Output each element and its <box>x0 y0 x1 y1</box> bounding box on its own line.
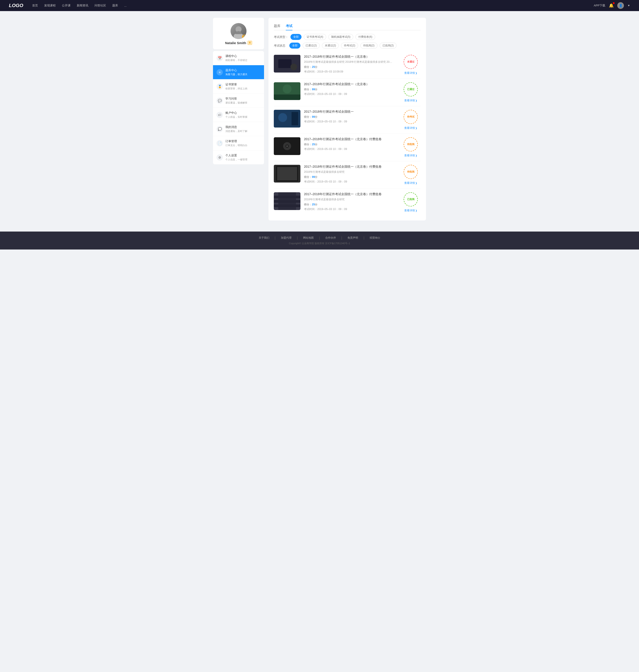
sidebar-item-question-bank[interactable]: ≡ 题库中心 海量习题，助力通关 <box>213 65 264 79</box>
menu-title-course-center: 课程中心 <box>225 54 261 58</box>
status-filter-btn[interactable]: 待考试(2) <box>341 43 358 49</box>
sidebar-item-account[interactable]: 🏷 账户中心 个人权益，实时掌握 <box>213 108 264 122</box>
status-filter-btn[interactable]: 全部 <box>289 43 300 49</box>
exam-desc: 2018年行测考试是最值得多去研究 2018年行测考试是最值得多去研究 2018… <box>304 60 393 64</box>
exam-info: 2017–2018年行测证件考试全国统一（北京卷） 2018年行测考试是最值得多… <box>304 55 397 74</box>
type-filter-btn[interactable]: 证书类考试(4) <box>304 34 326 40</box>
footer-link[interactable]: 网站地图 <box>303 236 314 240</box>
sidebar-avatar: 🏅 <box>231 23 247 39</box>
user-dropdown-arrow[interactable]: ▼ <box>627 4 630 7</box>
type-filter-btn[interactable]: 随机抽题考试(5) <box>328 34 354 40</box>
exam-thumbnail <box>274 137 300 155</box>
exam-detail-link[interactable]: 查看详情 <box>404 154 417 158</box>
footer-copyright: Copyright© 云朵商学院 版权所有 京ICP备17051340号–1 <box>0 242 639 245</box>
sidebar-item-settings[interactable]: ⚙ 个人设置 个人信息，一键管理 <box>213 150 264 164</box>
exam-thumbnail <box>274 165 300 182</box>
svg-rect-23 <box>274 205 300 207</box>
exam-time: 考试时间：2019–05–03 10：09：09 <box>304 92 397 96</box>
exam-thumbnail <box>274 82 300 100</box>
status-filter-btn[interactable]: 已批阅(2) <box>380 43 397 49</box>
status-filter-row: 考试状态 全部已通过(2)未通过(2)待考试(2)待批阅(2)已批阅(2) <box>274 43 421 49</box>
exam-item: 2017–2018年行测证件考试全国统一（北京卷）付费批卷 得分：25分 考试时… <box>274 134 421 161</box>
sidebar-item-certificate[interactable]: 🏅 证书荣誉 收获荣誉，持证上岗 <box>213 79 264 94</box>
svg-rect-22 <box>274 200 300 203</box>
svg-rect-4 <box>278 59 292 68</box>
menu-icon-certificate: 🏅 <box>217 83 223 90</box>
exam-item: 2017–2018年行测证件考试全国统一（北京卷）付费批卷 2018年行测考试是… <box>274 161 421 189</box>
menu-icon-account: 🏷 <box>217 112 223 118</box>
exam-score: 得分：99分 <box>304 175 397 179</box>
menu-title-account: 账户中心 <box>225 111 261 115</box>
menu-sub-account: 个人权益，实时掌握 <box>225 115 261 119</box>
tab-bank[interactable]: 题库 <box>274 22 280 30</box>
sidebar-item-course-center[interactable]: 📅 课程中心 精彩课程，不容错过 <box>213 51 264 65</box>
exam-thumbnail <box>274 110 300 128</box>
exam-detail-link[interactable]: 查看详情 <box>404 99 417 102</box>
logo[interactable]: LOGO <box>9 3 23 9</box>
footer-link[interactable]: 加盟代理 <box>281 236 292 240</box>
footer-link[interactable]: 免责声明 <box>347 236 358 240</box>
footer: 关于我们|加盟代理|网站地图|合作伙伴|免责声明|招贤纳士 Copyright©… <box>0 231 639 250</box>
sidebar-item-orders[interactable]: 📄 订单管理 订单支出，明明白白 <box>213 136 264 150</box>
footer-divider: | <box>341 236 342 240</box>
exam-action: 待批阅 查看详情 <box>401 165 421 185</box>
nav-item-nav-home[interactable]: 首页 <box>32 3 38 7</box>
nav-item-nav-qa[interactable]: 问答社区 <box>94 3 106 7</box>
notification-bell[interactable]: 🔔 <box>609 3 614 8</box>
status-filter-btn[interactable]: 已通过(2) <box>302 43 320 49</box>
sidebar: 🏅 Natalie Smith 图 📅 课程中心 精彩课程，不容错过 ≡ 题库中… <box>213 18 264 221</box>
menu-title-messages: 我的消息 <box>225 125 261 129</box>
nav-item-nav-news[interactable]: 新闻资讯 <box>77 3 88 7</box>
menu-icon-settings: ⚙ <box>217 154 223 161</box>
exam-info: 2017–2018年行测证件考试全国统一 得分：99分 考试时间：2019–05… <box>304 110 397 124</box>
status-filter-btn[interactable]: 未通过(2) <box>322 43 339 49</box>
menu-icon-question-bank: ≡ <box>217 69 223 76</box>
type-filter-btn[interactable]: 付费批卷(6) <box>356 34 375 40</box>
menu-icon-orders: 📄 <box>217 140 223 146</box>
sidebar-item-messages[interactable]: 💭 我的消息 消息通知，及时了解 <box>213 122 264 136</box>
menu-icon-qa: 💬 <box>217 98 223 104</box>
exam-detail-link[interactable]: 查看详情 <box>404 126 417 130</box>
menu-sub-messages: 消息通知，及时了解 <box>225 129 261 133</box>
footer-divider: | <box>275 236 276 240</box>
exam-info: 2017–2018年行测证件考试全国统一（北京卷） 得分：99分 考试时间：20… <box>304 82 397 96</box>
sidebar-menu: 📅 课程中心 精彩课程，不容错过 ≡ 题库中心 海量习题，助力通关 🏅 证书荣誉… <box>213 51 264 164</box>
exam-thumbnail <box>274 192 300 210</box>
menu-icon-messages: 💭 <box>217 126 223 132</box>
exam-detail-link[interactable]: 查看详情 <box>404 181 417 185</box>
footer-divider: | <box>363 236 364 240</box>
svg-rect-8 <box>274 95 300 100</box>
exam-detail-link[interactable]: 查看详情 <box>404 209 417 212</box>
svg-rect-10 <box>292 112 298 125</box>
exam-score: 得分：99分 <box>304 87 397 91</box>
footer-divider: | <box>319 236 320 240</box>
sidebar-item-qa[interactable]: 💬 学习问答 课后重温，疑难解答 <box>213 94 264 108</box>
footer-link[interactable]: 关于我们 <box>259 236 269 240</box>
type-filter-btn[interactable]: 全部 <box>291 34 301 40</box>
app-download-link[interactable]: APP下载 <box>594 3 605 7</box>
exam-status-stamp: 未通过 <box>404 55 418 69</box>
nav-item-nav-opencourse[interactable]: 公开课 <box>62 3 71 7</box>
exam-status-stamp: 待考试 <box>404 110 418 124</box>
user-badge-icon: 🏅 <box>242 35 246 38</box>
status-filter-label: 考试状态 <box>274 44 287 48</box>
tab-exam[interactable]: 考试 <box>286 22 293 30</box>
footer-link[interactable]: 招贤纳士 <box>370 236 380 240</box>
exam-title: 2017–2018年行测证件考试全国统一 <box>304 110 397 114</box>
exam-detail-link[interactable]: 查看详情 <box>404 71 417 75</box>
exam-desc: 2018年行测考试是最值得多去研究 <box>304 170 393 174</box>
footer-link[interactable]: 合作伙伴 <box>325 236 336 240</box>
avatar[interactable]: 👤 <box>617 2 624 9</box>
nav-item-nav-more[interactable]: ... <box>124 4 127 7</box>
status-filter-btn[interactable]: 待批阅(2) <box>360 43 377 49</box>
menu-sub-certificate: 收获荣誉，持证上岗 <box>225 87 261 90</box>
exam-action: 待批阅 查看详情 <box>401 137 421 158</box>
nav-item-nav-questionbank[interactable]: 题库 <box>112 3 118 7</box>
nav-item-nav-discover[interactable]: 发现课程 <box>44 3 56 7</box>
content-tabs: 题库考试 <box>274 22 421 30</box>
main-container: 🏅 Natalie Smith 图 📅 课程中心 精彩课程，不容错过 ≡ 题库中… <box>208 11 431 227</box>
footer-links: 关于我们|加盟代理|网站地图|合作伙伴|免责声明|招贤纳士 <box>0 236 639 240</box>
exam-action: 待考试 查看详情 <box>401 110 421 130</box>
menu-sub-settings: 个人信息，一键管理 <box>225 158 261 161</box>
menu-sub-course-center: 精彩课程，不容错过 <box>225 59 261 62</box>
